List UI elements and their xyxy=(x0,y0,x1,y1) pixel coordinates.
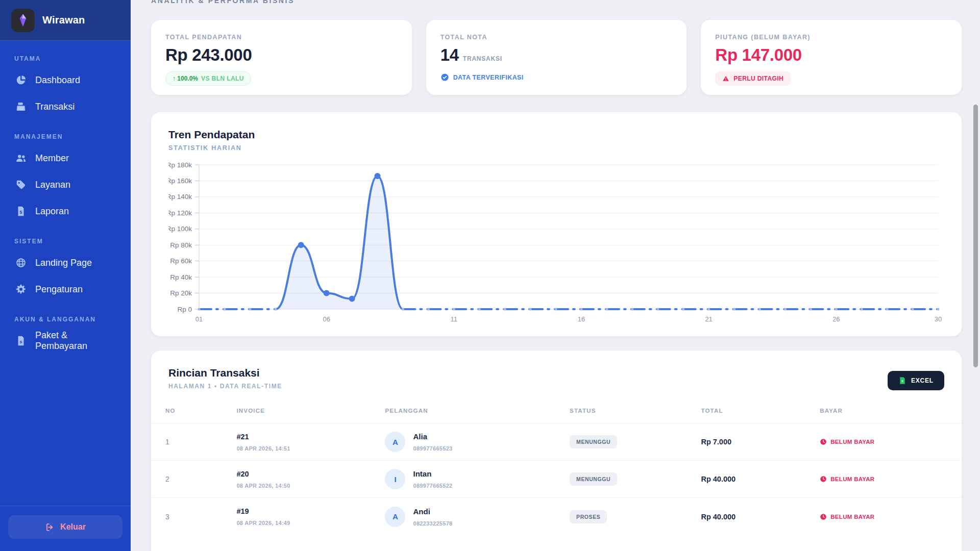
table-title: Rincian Transaksi xyxy=(168,367,282,379)
sidebar-item-label: Member xyxy=(35,153,69,164)
check-circle-icon xyxy=(440,73,449,82)
table-body: 1#2108 APR 2026, 14:51AAlia089977665523M… xyxy=(151,423,962,535)
svg-text:06: 06 xyxy=(323,315,330,323)
revenue-line-chart: Rp 0Rp 20kRp 40kRp 60kRp 80kRp 100kRp 12… xyxy=(168,159,944,327)
customer-name: Intan xyxy=(413,469,452,478)
gem-icon xyxy=(15,13,31,28)
avatar: I xyxy=(385,469,405,489)
avatar: A xyxy=(385,507,405,527)
svg-text:16: 16 xyxy=(578,315,585,323)
row-total: Rp 40.000 xyxy=(701,475,820,483)
trend-percent: ↑ 100.0% xyxy=(173,75,198,82)
invoice-id: #21 xyxy=(236,433,385,441)
brand-logo xyxy=(11,9,35,32)
svg-text:Rp 140k: Rp 140k xyxy=(168,193,192,201)
stat-label: TOTAL PENDAPATAN xyxy=(165,34,242,41)
transactions-card: Rincian Transaksi HALAMAN 1 • DATA REAL-… xyxy=(151,350,962,551)
table-subtitle: HALAMAN 1 • DATA REAL-TIME xyxy=(168,383,282,390)
table-row[interactable]: 1#2108 APR 2026, 14:51AAlia089977665523M… xyxy=(151,423,962,461)
sidebar-item-label: Paket & Pembayaran xyxy=(35,330,115,352)
sidebar-item-label: Pengaturan xyxy=(35,284,83,295)
stat-card-total-pendapatan: TOTAL PENDAPATAN Rp 243.000 ↑ 100.0% VS … xyxy=(151,20,412,95)
customer-phone: 089977665523 xyxy=(413,445,452,452)
row-number: 2 xyxy=(165,475,236,483)
svg-text:21: 21 xyxy=(705,315,712,323)
scrollbar-thumb[interactable] xyxy=(973,105,978,367)
pay-status: BELUM BAYAR xyxy=(830,514,874,520)
invoice-date: 08 APR 2026, 14:49 xyxy=(236,520,385,526)
clock-icon xyxy=(820,513,827,520)
invoice-date: 08 APR 2026, 14:51 xyxy=(236,445,385,452)
stat-value: Rp 243.000 xyxy=(165,45,252,65)
svg-text:Rp 40k: Rp 40k xyxy=(170,273,192,281)
logout-label: Keluar xyxy=(60,522,86,532)
sidebar-item-pengaturan[interactable]: Pengaturan xyxy=(9,276,121,303)
stats-row: TOTAL PENDAPATAN Rp 243.000 ↑ 100.0% VS … xyxy=(151,20,962,95)
table-row[interactable]: 3#1908 APR 2026, 14:49AAndi082233225578P… xyxy=(151,498,962,535)
invoice-id: #20 xyxy=(236,470,385,478)
row-total: Rp 40.000 xyxy=(701,513,820,521)
svg-text:01: 01 xyxy=(195,315,203,323)
row-number: 3 xyxy=(165,513,236,521)
sidebar: Wirawan UTAMADashboardTransaksiMANAJEMEN… xyxy=(0,0,131,551)
stat-value: Rp 147.000 xyxy=(715,45,801,65)
trend-badge: ↑ 100.0% VS BLN LALU xyxy=(165,71,251,86)
svg-text:Rp 100k: Rp 100k xyxy=(168,225,192,233)
gear-icon xyxy=(15,284,27,295)
sidebar-item-dashboard[interactable]: Dashboard xyxy=(9,67,121,93)
customer-name: Andi xyxy=(413,507,452,516)
export-excel-button[interactable]: x EXCEL xyxy=(888,371,944,390)
invoice-id: #19 xyxy=(236,507,385,515)
sidebar-item-landing-page[interactable]: Landing Page xyxy=(9,249,121,276)
users-icon xyxy=(15,153,27,164)
pay-status: BELUM BAYAR xyxy=(830,476,874,482)
invoice-date: 08 APR 2026, 14:50 xyxy=(236,483,385,489)
stat-card-total-nota: TOTAL NOTA 14 TRANSAKSI DATA TERVERIFIKA… xyxy=(426,20,687,95)
sidebar-item-paket-pembayaran[interactable]: sPaket & Pembayaran xyxy=(9,328,121,354)
sidebar-item-transaksi[interactable]: Transaksi xyxy=(9,93,121,120)
logout-section: Keluar xyxy=(0,506,131,551)
sidebar-item-label: Dashboard xyxy=(35,75,80,86)
avatar: A xyxy=(385,432,405,452)
svg-text:30: 30 xyxy=(935,315,942,323)
column-header: STATUS xyxy=(570,408,701,414)
row-total: Rp 7.000 xyxy=(701,438,820,446)
svg-text:Rp 180k: Rp 180k xyxy=(168,161,192,169)
trend-note: VS BLN LALU xyxy=(201,75,244,82)
svg-text:s: s xyxy=(19,339,22,344)
cash-register-icon xyxy=(15,101,27,112)
sidebar-item-label: Layanan xyxy=(35,180,70,190)
column-header: INVOICE xyxy=(236,408,385,414)
row-number: 1 xyxy=(165,438,236,446)
alert-badge: PERLU DITAGIH xyxy=(715,71,791,86)
svg-text:Rp 0: Rp 0 xyxy=(177,306,192,313)
svg-text:26: 26 xyxy=(832,315,840,323)
sidebar-item-laporan[interactable]: $Laporan xyxy=(9,198,121,224)
sidebar-section-label: SISTEM xyxy=(14,238,116,245)
globe-icon xyxy=(15,257,27,268)
warning-triangle-icon xyxy=(722,75,729,82)
stat-value: 14 xyxy=(440,45,459,65)
sidebar-section-label: MANAJEMEN xyxy=(14,133,116,140)
svg-text:Rp 20k: Rp 20k xyxy=(170,289,192,297)
svg-text:Rp 80k: Rp 80k xyxy=(170,241,192,249)
column-header: PELANGGAN xyxy=(385,408,570,414)
chart-title: Tren Pendapatan xyxy=(168,129,944,141)
svg-text:x: x xyxy=(901,379,903,383)
invoice-icon: s xyxy=(15,335,27,346)
sidebar-item-layanan[interactable]: Layanan xyxy=(9,171,121,198)
svg-text:Rp 120k: Rp 120k xyxy=(168,209,192,217)
sidebar-item-member[interactable]: Member xyxy=(9,145,121,171)
chart-subtitle: STATISTIK HARIAN xyxy=(168,144,944,152)
status-badge: MENUNGGU xyxy=(570,472,617,486)
pie-chart-icon xyxy=(15,74,27,86)
sidebar-section-label: UTAMA xyxy=(14,55,116,62)
brand-name: Wirawan xyxy=(42,14,85,26)
customer-name: Alia xyxy=(413,432,452,441)
status-badge: PROSES xyxy=(570,510,607,523)
table-row[interactable]: 2#2008 APR 2026, 14:50IIntan089977665522… xyxy=(151,461,962,498)
stat-card-piutang: PIUTANG (BELUM BAYAR) Rp 147.000 PERLU D… xyxy=(701,20,962,95)
logout-icon xyxy=(45,522,55,532)
logout-button[interactable]: Keluar xyxy=(8,515,122,539)
column-header: TOTAL xyxy=(701,408,820,414)
